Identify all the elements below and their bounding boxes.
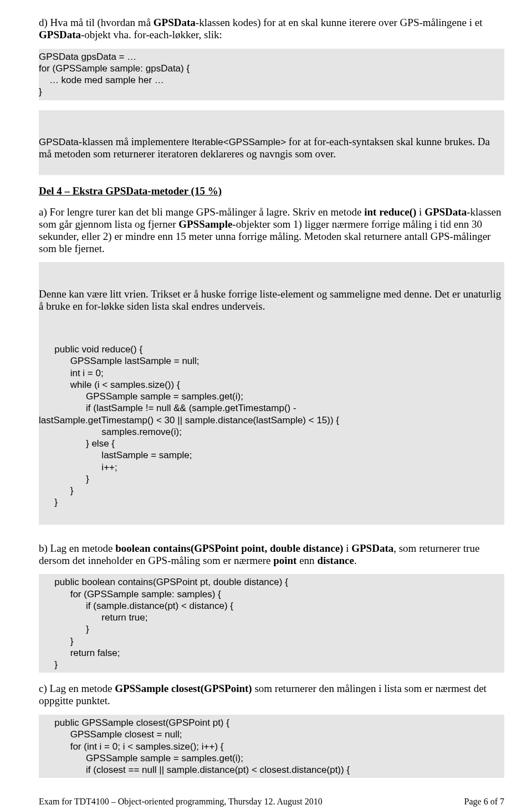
answer-a-prose: Denne kan være litt vrien. Trikset er å … — [39, 288, 504, 312]
bold: GPSData — [154, 17, 196, 28]
code-inline: Iterable<GPSSample> — [192, 137, 286, 147]
answer-a-block: Denne kan være litt vrien. Trikset er å … — [39, 262, 504, 524]
bold: GPSSample closest(GPSPoint) — [115, 683, 252, 694]
question-d-text: d) Hva må til (hvordan må GPSData-klasse… — [39, 17, 504, 41]
code-snippet-foreach: GPSData gpsData = … for (GPSSample sampl… — [39, 49, 504, 100]
text: d) Hva må til (hvordan må — [39, 17, 154, 28]
answer-c-code: public GPSSample closest(GPSPoint pt) { … — [39, 715, 504, 778]
bold: GPSData — [351, 542, 393, 554]
bold: int reduce() — [364, 206, 416, 218]
text: a) For lengre turer kan det bli mange GP… — [39, 206, 364, 218]
bold: distance — [317, 555, 354, 566]
page-footer: Exam for TDT4100 – Object-oriented progr… — [39, 797, 504, 807]
text: -klassen kodes) for at en skal kunne ite… — [196, 17, 483, 28]
section-heading-del4: Del 4 – Ekstra GPSData-metoder (15 %) — [39, 185, 504, 197]
answer-d-block: GPSData-klassen må implementere Iterable… — [39, 110, 504, 175]
text: c) Lag en metode — [39, 683, 115, 694]
text: b) Lag en metode — [39, 542, 115, 554]
text: enn — [296, 555, 317, 566]
answer-a-code: public void reduce() { GPSSample lastSam… — [39, 344, 504, 509]
bold: boolean contains(GPSPoint point, double … — [115, 542, 343, 554]
bold: GPSData — [424, 206, 467, 218]
footer-left: Exam for TDT4100 – Object-oriented progr… — [39, 797, 323, 807]
bold: point — [273, 555, 296, 566]
text: i — [343, 542, 351, 554]
code-inline: GPSData — [39, 137, 79, 147]
text: -objekt vha. for-each-løkker, slik: — [81, 29, 222, 40]
text: . — [354, 555, 357, 566]
text: i — [416, 206, 424, 218]
question-a-text: a) For lengre turer kan det bli mange GP… — [39, 206, 504, 254]
question-b-text: b) Lag en metode boolean contains(GPSPoi… — [39, 542, 504, 567]
bold: GPSSample — [178, 218, 232, 230]
bold: GPSData — [39, 29, 81, 40]
text: -klassen må implementere — [79, 136, 192, 147]
answer-b-code: public boolean contains(GPSPoint pt, dou… — [39, 574, 504, 673]
footer-right: Page 6 of 7 — [464, 797, 504, 807]
question-c-text: c) Lag en metode GPSSample closest(GPSPo… — [39, 683, 504, 707]
